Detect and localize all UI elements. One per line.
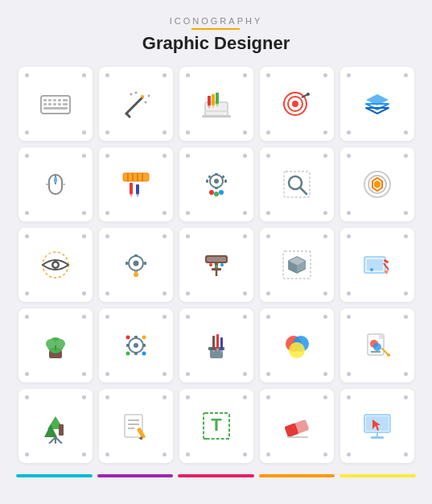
svg-point-18 [147, 95, 150, 97]
svg-point-58 [209, 190, 214, 195]
svg-point-60 [219, 190, 224, 195]
svg-rect-108 [142, 344, 146, 347]
monitor-icon [360, 408, 395, 444]
svg-point-51 [214, 179, 219, 184]
svg-rect-9 [58, 103, 61, 105]
svg-rect-6 [43, 103, 47, 105]
magic-wand-icon-card [99, 67, 173, 141]
svg-rect-125 [379, 334, 384, 339]
svg-point-77 [134, 272, 138, 277]
target-pen-icon-card [260, 67, 334, 141]
icons-grid: T [19, 67, 414, 463]
brush-cup-icon-card [179, 308, 253, 382]
svg-rect-106 [134, 352, 138, 355]
svg-point-16 [144, 101, 146, 104]
svg-rect-73 [134, 254, 138, 257]
ruler-pencils-icon-card [99, 147, 173, 221]
svg-point-86 [220, 263, 224, 266]
svg-text:T: T [211, 415, 222, 435]
svg-rect-24 [216, 93, 219, 104]
search-zoom-icon [279, 167, 315, 202]
svg-rect-48 [136, 184, 139, 194]
plant-icon [38, 328, 73, 363]
svg-line-134 [49, 437, 56, 444]
svg-rect-11 [43, 107, 68, 109]
svg-rect-53 [215, 187, 218, 189]
svg-point-70 [53, 263, 57, 267]
svg-point-104 [134, 343, 138, 348]
svg-point-101 [56, 339, 65, 349]
mouse-icon-card [19, 147, 93, 221]
layers-icon-card [340, 67, 414, 141]
svg-marker-67 [374, 180, 381, 188]
file-art-icon-card [340, 308, 414, 382]
settings-paint-icon-card [179, 147, 253, 221]
paint-roller-icon [199, 247, 234, 283]
page-header: ICONOGRAPHY Graphic Designer [142, 16, 290, 54]
svg-point-85 [215, 265, 218, 268]
svg-rect-52 [215, 173, 218, 176]
text-box-icon-card: T [179, 389, 253, 463]
3d-box-grid-icon [279, 247, 315, 283]
svg-point-59 [214, 192, 219, 196]
svg-rect-10 [63, 103, 68, 105]
svg-point-123 [289, 342, 305, 358]
svg-point-109 [125, 336, 130, 340]
svg-point-110 [142, 336, 146, 340]
magic-wand-icon [118, 86, 154, 122]
document-pencil-icon [118, 408, 154, 444]
eye-icon-card [19, 228, 93, 302]
svg-rect-80 [207, 257, 226, 262]
color-bar-yellow [339, 474, 416, 477]
tablet-pen-icon [360, 247, 395, 283]
svg-rect-7 [48, 103, 51, 105]
svg-rect-22 [212, 94, 215, 105]
svg-rect-41 [123, 173, 149, 181]
tripod-icon [38, 408, 73, 444]
header-title: Graphic Designer [142, 33, 290, 54]
3d-circle-icon [360, 167, 395, 202]
color-bar-pink [178, 474, 254, 477]
svg-rect-3 [53, 99, 56, 101]
document-pencil-icon-card [99, 389, 173, 463]
svg-point-30 [292, 101, 298, 107]
plant-icon-card [19, 308, 93, 382]
svg-point-111 [125, 352, 130, 356]
svg-point-14 [141, 95, 144, 98]
svg-rect-133 [59, 424, 64, 436]
svg-line-13 [126, 114, 130, 117]
svg-rect-119 [220, 337, 223, 350]
monitor-icon-card [340, 389, 414, 463]
settings-dots-icon [118, 328, 154, 363]
svg-rect-38 [54, 177, 57, 183]
svg-point-130 [387, 353, 390, 357]
eraser-icon [279, 408, 315, 444]
3d-circle-icon-card [340, 147, 414, 221]
svg-rect-4 [58, 99, 61, 101]
mouse-icon [38, 167, 73, 202]
svg-point-127 [373, 343, 381, 351]
target-pen-icon [279, 86, 315, 122]
color-blend-icon-card [260, 308, 334, 382]
color-bars [8, 474, 424, 477]
svg-rect-26 [208, 96, 211, 105]
svg-line-63 [300, 188, 307, 194]
svg-point-112 [142, 352, 146, 356]
color-blend-icon [279, 328, 315, 363]
settings-dots-icon-card [99, 308, 173, 382]
svg-rect-21 [202, 115, 231, 118]
file-art-icon [360, 328, 395, 363]
svg-marker-49 [136, 194, 139, 197]
svg-rect-93 [367, 259, 383, 271]
header-subtitle: ICONOGRAPHY [142, 16, 290, 26]
svg-rect-107 [126, 344, 130, 347]
keyboard-icon-card [19, 67, 93, 141]
svg-rect-20 [205, 110, 228, 112]
svg-marker-47 [130, 194, 133, 197]
text-box-icon: T [199, 408, 234, 444]
svg-rect-8 [53, 103, 56, 105]
svg-point-15 [134, 92, 137, 94]
ruler-pencils-icon [118, 167, 154, 202]
svg-point-97 [370, 268, 373, 271]
svg-point-84 [209, 263, 212, 266]
